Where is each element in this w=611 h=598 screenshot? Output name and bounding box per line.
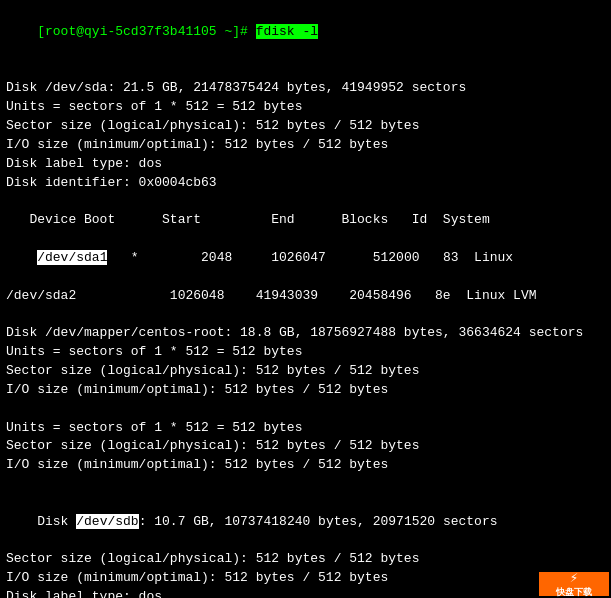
sda1-data: * 2048 1026047 512000 83 Linux xyxy=(107,250,513,265)
prompt-1: [root@qyi-5cd37f3b41105 ~]# xyxy=(37,24,255,39)
blank-2 xyxy=(6,192,605,211)
centos-swap-1: Units = sectors of 1 * 512 = 512 bytes xyxy=(6,419,605,438)
watermark-icon: ⚡ xyxy=(570,569,578,586)
centos-root-1: Disk /dev/mapper/centos-root: 18.8 GB, 1… xyxy=(6,324,605,343)
centos-swap-3: I/O size (minimum/optimal): 512 bytes / … xyxy=(6,456,605,475)
sda-info-6: Disk identifier: 0x0004cb63 xyxy=(6,174,605,193)
sda-info-2: Units = sectors of 1 * 512 = 512 bytes xyxy=(6,98,605,117)
sdb-disk-line: Disk /dev/sdb: 10.7 GB, 10737418240 byte… xyxy=(6,494,605,551)
blank-1 xyxy=(6,61,605,80)
device-header: Device Boot Start End Blocks Id System xyxy=(6,211,605,230)
sdb-disk-post: : 10.7 GB, 10737418240 bytes, 20971520 s… xyxy=(139,514,498,529)
sdb-info-4: Disk label type: dos xyxy=(6,588,605,598)
sda1-row: /dev/sda1 * 2048 1026047 512000 83 Linux xyxy=(6,230,605,287)
centos-swap-2: Sector size (logical/physical): 512 byte… xyxy=(6,437,605,456)
blank-3 xyxy=(6,306,605,325)
sda-info-1: Disk /dev/sda: 21.5 GB, 21478375424 byte… xyxy=(6,79,605,98)
centos-root-3: Sector size (logical/physical): 512 byte… xyxy=(6,362,605,381)
command-fdisk: fdisk -l xyxy=(256,24,318,39)
blank-5 xyxy=(6,475,605,494)
sdb-info-2: Sector size (logical/physical): 512 byte… xyxy=(6,550,605,569)
sda2-row: /dev/sda2 1026048 41943039 20458496 8e L… xyxy=(6,287,605,306)
terminal-window: [root@qyi-5cd37f3b41105 ~]# fdisk -l Dis… xyxy=(0,0,611,598)
sda-info-3: Sector size (logical/physical): 512 byte… xyxy=(6,117,605,136)
sda-info-5: Disk label type: dos xyxy=(6,155,605,174)
centos-root-2: Units = sectors of 1 * 512 = 512 bytes xyxy=(6,343,605,362)
watermark-text: 快盘下载 xyxy=(556,586,592,598)
sdb-disk-pre: Disk xyxy=(37,514,76,529)
sda1-device: /dev/sda1 xyxy=(37,250,107,265)
watermark: ⚡ 快盘下载 xyxy=(539,572,609,596)
line-1: [root@qyi-5cd37f3b41105 ~]# fdisk -l xyxy=(6,4,605,61)
sdb-device-highlight: /dev/sdb xyxy=(76,514,138,529)
sdb-info-3: I/O size (minimum/optimal): 512 bytes / … xyxy=(6,569,605,588)
blank-4 xyxy=(6,400,605,419)
sda-info-4: I/O size (minimum/optimal): 512 bytes / … xyxy=(6,136,605,155)
centos-root-4: I/O size (minimum/optimal): 512 bytes / … xyxy=(6,381,605,400)
